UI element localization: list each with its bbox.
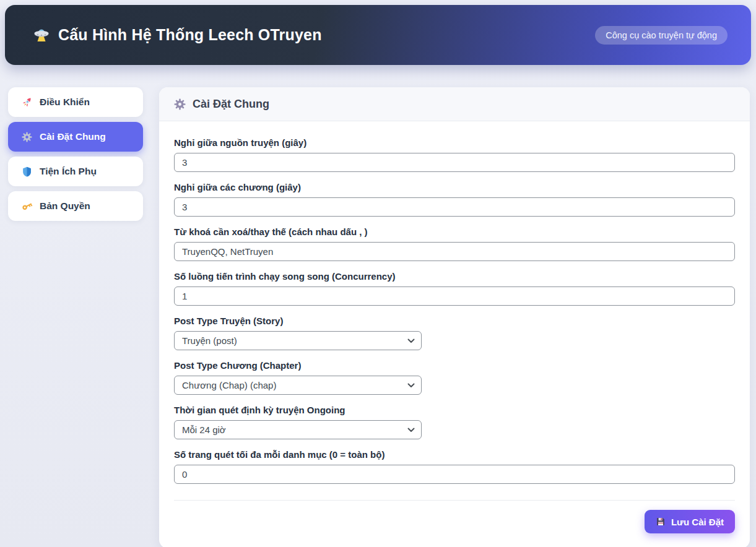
field-max-pages: Số trang quét tối đa mỗi danh mục (0 = t…: [174, 449, 735, 484]
subtitle-badge: Công cụ cào truyện tự động: [595, 26, 728, 45]
select-wrapper: Chương (Chap) (chap): [174, 376, 422, 395]
shield-icon: [21, 166, 33, 177]
rocket-icon: [21, 97, 33, 108]
post-type-chapter-select[interactable]: Chương (Chap) (chap): [174, 376, 422, 395]
field-sleep-chapter: Nghỉ giữa các chương (giây): [174, 182, 735, 217]
panel-header: Cài Đặt Chung: [159, 87, 750, 121]
sidebar-item-dieu-khien[interactable]: Điều Khiển: [8, 87, 143, 117]
sidebar-item-ban-quyen[interactable]: Bản Quyền: [8, 191, 143, 221]
sidebar-nav: Điều Khiển Cài Đặt Chung: [8, 87, 143, 226]
sidebar-item-cai-dat-chung[interactable]: Cài Đặt Chung: [8, 122, 143, 152]
page-title: Cấu Hình Hệ Thống Leech OTruyen: [32, 26, 322, 45]
sidebar-item-label: Điều Khiển: [40, 97, 90, 108]
field-keywords: Từ khoá cần xoá/thay thế (cách nhau dấu …: [174, 226, 735, 261]
field-post-type-chapter: Post Type Chương (Chapter) Chương (Chap)…: [174, 360, 735, 395]
content-layout: Điều Khiển Cài Đặt Chung: [0, 70, 756, 547]
sleep-source-input[interactable]: [174, 153, 735, 172]
concurrency-input[interactable]: [174, 286, 735, 306]
select-wrapper: Mỗi 24 giờ: [174, 420, 422, 439]
field-label: Thời gian quét định kỳ truyện Ongoing: [174, 405, 735, 415]
settings-panel: Cài Đặt Chung Nghỉ giữa nguồn truyện (gi…: [159, 87, 750, 547]
field-label: Số trang quét tối đa mỗi danh mục (0 = t…: [174, 449, 735, 460]
page-title-text: Cấu Hình Hệ Thống Leech OTruyen: [58, 26, 322, 44]
select-wrapper: Truyện (post): [174, 331, 422, 350]
save-button-label: Lưu Cài Đặt: [671, 517, 724, 527]
sleep-chapter-input[interactable]: [174, 197, 735, 217]
ufo-icon: [32, 26, 51, 45]
settings-form: Nghỉ giữa nguồn truyện (giây) Nghỉ giữa …: [159, 121, 750, 547]
sidebar-item-tien-ich-phu[interactable]: Tiện Ích Phụ: [8, 157, 143, 186]
gear-icon: [21, 132, 33, 142]
field-label: Từ khoá cần xoá/thay thế (cách nhau dấu …: [174, 226, 735, 237]
field-label: Nghỉ giữa các chương (giây): [174, 182, 735, 192]
field-post-type-story: Post Type Truyện (Story) Truyện (post): [174, 316, 735, 350]
app-header: Cấu Hình Hệ Thống Leech OTruyen Công cụ …: [5, 5, 751, 65]
floppy-icon: [656, 517, 666, 527]
key-icon: [21, 200, 33, 212]
field-label: Post Type Truyện (Story): [174, 316, 735, 326]
scan-interval-select[interactable]: Mỗi 24 giờ: [174, 420, 422, 439]
post-type-story-select[interactable]: Truyện (post): [174, 331, 422, 350]
field-label: Post Type Chương (Chapter): [174, 360, 735, 371]
field-scan-interval: Thời gian quét định kỳ truyện Ongoing Mỗ…: [174, 405, 735, 439]
save-settings-button[interactable]: Lưu Cài Đặt: [645, 510, 735, 533]
sidebar-item-label: Bản Quyền: [40, 200, 90, 212]
field-label: Số luồng tiến trình chạy song song (Conc…: [174, 271, 735, 282]
field-sleep-source: Nghỉ giữa nguồn truyện (giây): [174, 137, 735, 172]
max-pages-input[interactable]: [174, 465, 735, 484]
sidebar-item-label: Tiện Ích Phụ: [40, 166, 97, 177]
panel-title: Cài Đặt Chung: [193, 97, 269, 111]
form-divider: [174, 500, 735, 501]
sidebar-item-label: Cài Đặt Chung: [40, 131, 106, 142]
field-label: Nghỉ giữa nguồn truyện (giây): [174, 137, 735, 148]
form-actions: Lưu Cài Đặt: [174, 510, 735, 533]
field-concurrency: Số luồng tiến trình chạy song song (Conc…: [174, 271, 735, 306]
gear-icon: [174, 98, 186, 110]
keywords-input[interactable]: [174, 242, 735, 261]
